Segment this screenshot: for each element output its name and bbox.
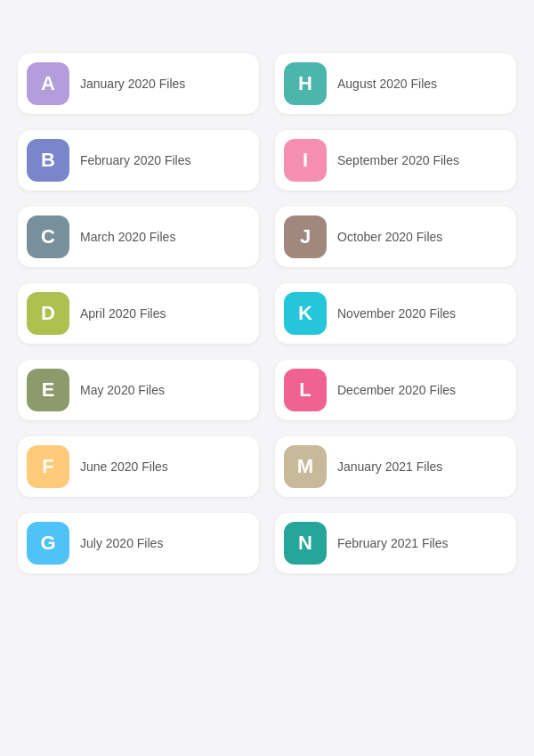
file-item-b[interactable]: BFebruary 2020 Files (18, 130, 259, 191)
icon-badge-a: A (27, 62, 69, 105)
file-label-c: March 2020 Files (80, 230, 175, 244)
file-item-e[interactable]: EMay 2020 Files (18, 360, 259, 420)
icon-badge-d: D (27, 292, 69, 335)
file-item-m[interactable]: MJanuary 2021 Files (275, 436, 516, 497)
file-item-d[interactable]: DApril 2020 Files (18, 283, 259, 344)
file-item-n[interactable]: NFebruary 2021 Files (275, 513, 516, 573)
icon-badge-c: C (27, 215, 69, 258)
file-item-i[interactable]: ISeptember 2020 Files (275, 130, 516, 191)
file-label-k: November 2020 Files (337, 306, 456, 321)
icon-badge-b: B (27, 139, 69, 182)
file-grid: AJanuary 2020 FilesHAugust 2020 FilesBFe… (18, 53, 516, 573)
file-item-c[interactable]: CMarch 2020 Files (18, 207, 259, 267)
file-label-a: January 2020 Files (80, 77, 185, 91)
icon-badge-f: F (27, 445, 69, 488)
file-item-g[interactable]: GJuly 2020 Files (18, 513, 259, 573)
icon-badge-i: I (284, 139, 327, 182)
file-item-a[interactable]: AJanuary 2020 Files (18, 53, 259, 114)
file-item-j[interactable]: JOctober 2020 Files (275, 207, 516, 267)
file-label-e: May 2020 Files (80, 383, 165, 397)
file-label-f: June 2020 Files (80, 459, 168, 474)
file-label-m: January 2021 Files (337, 459, 442, 474)
file-item-h[interactable]: HAugust 2020 Files (275, 53, 516, 114)
icon-badge-l: L (284, 369, 327, 411)
file-label-l: December 2020 Files (337, 383, 456, 397)
icon-badge-k: K (284, 292, 327, 335)
icon-badge-h: H (284, 62, 327, 105)
file-label-h: August 2020 Files (337, 77, 437, 91)
file-label-n: February 2021 Files (337, 536, 449, 550)
file-label-d: April 2020 Files (80, 306, 166, 321)
file-item-l[interactable]: LDecember 2020 Files (275, 360, 516, 420)
file-item-f[interactable]: FJune 2020 Files (18, 436, 259, 497)
file-item-k[interactable]: KNovember 2020 Files (275, 283, 516, 344)
icon-badge-m: M (284, 445, 327, 488)
icon-badge-n: N (284, 522, 327, 565)
file-label-j: October 2020 Files (337, 230, 442, 244)
icon-badge-j: J (284, 215, 327, 258)
file-label-g: July 2020 Files (80, 536, 163, 550)
file-label-b: February 2020 Files (80, 153, 191, 167)
file-label-i: September 2020 Files (337, 153, 459, 167)
icon-badge-e: E (27, 369, 69, 411)
icon-badge-g: G (27, 522, 69, 565)
